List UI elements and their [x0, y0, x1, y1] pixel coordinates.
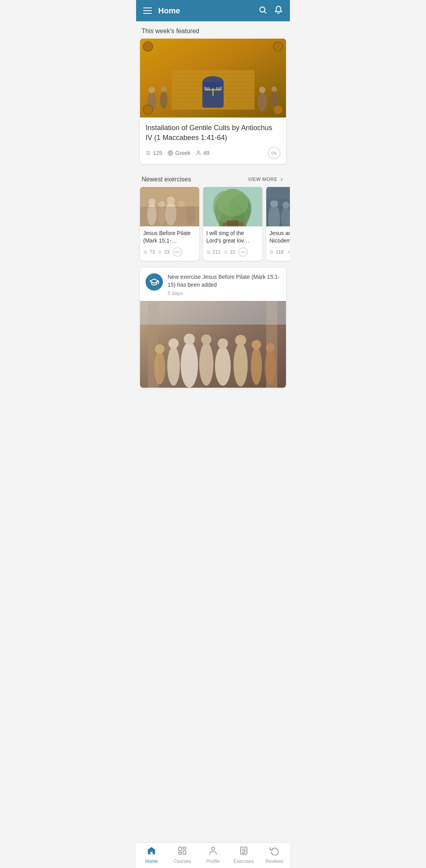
svg-point-75: [282, 202, 290, 209]
exercise-meta-2: 211 21 0%: [206, 247, 259, 257]
svg-point-49: [178, 201, 185, 207]
svg-point-56: [159, 250, 161, 252]
exercise-card-1[interactable]: Jesus Before Pilate (Mark 15:1-… 73 23 0…: [140, 187, 199, 261]
exercise-image-3: [266, 187, 290, 226]
exercises-scroll: Jesus Before Pilate (Mark 15:1-… 73 23 0…: [136, 187, 290, 266]
svg-point-28: [259, 87, 265, 93]
svg-point-40: [198, 151, 200, 153]
ex1-participants-count: 23: [164, 249, 169, 255]
svg-point-100: [251, 347, 262, 385]
svg-point-26: [161, 86, 166, 92]
svg-point-32: [273, 42, 283, 51]
featured-image: [140, 39, 286, 118]
svg-point-95: [201, 334, 211, 345]
header-right: [258, 6, 283, 16]
ex2-participants-count: 21: [230, 249, 235, 255]
app-header: Home: [136, 0, 290, 21]
notification-text: New exercise Jesus Before Pilate (Mark 1…: [168, 273, 280, 296]
exercise-body-2: I will sing of the Lord's great lov… 211…: [203, 226, 262, 261]
featured-section-label: This week's featured: [136, 21, 290, 39]
svg-point-94: [199, 342, 213, 386]
ex3-lessons: 118: [269, 249, 284, 255]
exercise-title-1: Jesus Before Pilate (Mark 15:1-…: [143, 230, 196, 245]
notification-top: New exercise Jesus Before Pilate (Mark 1…: [140, 268, 286, 301]
featured-title: Installation of Gentile Cults by Antioch…: [146, 123, 280, 143]
notifications-button[interactable]: [274, 6, 283, 16]
notification-image: [140, 301, 286, 388]
view-more-label: VIEW MORE: [248, 177, 277, 182]
svg-line-1: [264, 11, 266, 13]
svg-point-45: [159, 201, 165, 207]
svg-point-34: [273, 105, 283, 114]
featured-participants-count: 49: [203, 150, 209, 156]
ex1-lessons: 73: [143, 249, 155, 255]
svg-point-93: [184, 334, 195, 345]
featured-lessons: 125: [146, 150, 162, 156]
search-button[interactable]: [258, 6, 267, 16]
svg-point-43: [148, 198, 155, 205]
svg-point-31: [143, 42, 153, 51]
svg-point-84: [288, 250, 290, 252]
ex3-participants: 50: [287, 249, 290, 255]
ex2-participants: 21: [224, 249, 235, 255]
exercise-body-3: Jesus and Nicodemus (J… 118 50 0%: [266, 226, 290, 261]
ex1-lessons-count: 73: [149, 249, 155, 255]
featured-card[interactable]: Installation of Gentile Cults by Antioch…: [140, 39, 286, 164]
svg-rect-52: [140, 207, 199, 226]
view-more-button[interactable]: VIEW MORE: [248, 177, 284, 182]
notification-avatar: [146, 273, 163, 291]
svg-point-33: [143, 105, 153, 114]
svg-point-27: [258, 92, 267, 112]
svg-point-99: [235, 335, 246, 346]
notification-time: 5 days: [168, 290, 280, 296]
svg-point-101: [252, 340, 261, 349]
main-content: This week's featured: [136, 21, 290, 419]
svg-point-25: [160, 91, 168, 108]
svg-rect-65: [239, 222, 243, 226]
ex2-lessons: 211: [206, 249, 220, 255]
exercise-image-1: [140, 187, 199, 226]
ex1-participants: 23: [158, 249, 169, 255]
page-title: Home: [158, 6, 180, 15]
svg-point-96: [215, 346, 231, 386]
svg-point-89: [155, 344, 164, 354]
svg-point-103: [266, 343, 275, 352]
exercise-meta-1: 73 23 0%: [143, 247, 196, 257]
notification-message: New exercise Jesus Before Pilate (Mark 1…: [168, 273, 280, 289]
svg-point-92: [181, 342, 198, 388]
ex2-progress: 0%: [238, 247, 248, 257]
header-left: Home: [143, 6, 180, 15]
exercise-title-3: Jesus and Nicodemus (J…: [269, 230, 290, 245]
exercise-meta-3: 118 50 0%: [269, 247, 290, 257]
svg-rect-80: [266, 187, 290, 201]
svg-rect-64: [223, 222, 227, 226]
svg-rect-104: [140, 301, 286, 325]
svg-point-62: [217, 189, 248, 217]
featured-language: Greek: [168, 150, 190, 156]
exercise-title-2: I will sing of the Lord's great lov…: [206, 230, 259, 245]
ex3-lessons-count: 118: [276, 249, 284, 255]
svg-point-51: [187, 200, 194, 206]
exercise-card-3[interactable]: Jesus and Nicodemus (J… 118 50 0%: [266, 187, 290, 261]
featured-body: Installation of Gentile Cults by Antioch…: [140, 118, 286, 164]
notification-card[interactable]: New exercise Jesus Before Pilate (Mark 1…: [140, 268, 286, 388]
exercises-section-label: Newest exercises: [142, 176, 191, 183]
exercises-header: Newest exercises VIEW MORE: [136, 171, 290, 187]
svg-point-90: [167, 346, 180, 386]
svg-point-97: [218, 338, 228, 349]
svg-point-24: [149, 87, 155, 93]
svg-point-69: [225, 250, 227, 252]
svg-point-91: [168, 338, 179, 349]
featured-meta: 125 Greek 49 0%: [146, 147, 280, 159]
svg-point-30: [271, 86, 277, 92]
featured-lessons-count: 125: [153, 150, 162, 156]
svg-rect-63: [227, 220, 239, 226]
menu-button[interactable]: [143, 7, 152, 14]
svg-point-13: [202, 76, 224, 88]
exercise-card-2[interactable]: I will sing of the Lord's great lov… 211…: [203, 187, 262, 261]
exercise-body-1: Jesus Before Pilate (Mark 15:1-… 73 23 0…: [140, 226, 199, 261]
svg-point-98: [234, 343, 248, 386]
svg-point-88: [154, 351, 165, 385]
featured-language-label: Greek: [175, 150, 190, 156]
svg-point-102: [265, 350, 276, 385]
